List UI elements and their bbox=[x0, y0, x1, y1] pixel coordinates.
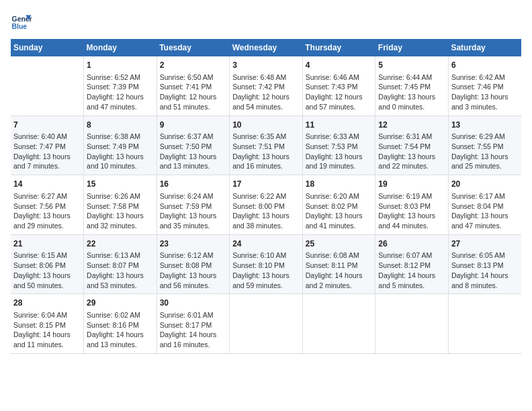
calendar-week-2: 7Sunrise: 6:40 AM Sunset: 7:47 PM Daylig… bbox=[11, 116, 521, 175]
day-info: Sunrise: 6:04 AM Sunset: 8:15 PM Dayligh… bbox=[13, 310, 81, 350]
calendar-cell: 18Sunrise: 6:20 AM Sunset: 8:02 PM Dayli… bbox=[302, 175, 375, 235]
calendar-cell: 24Sunrise: 6:10 AM Sunset: 8:10 PM Dayli… bbox=[230, 234, 303, 294]
day-info: Sunrise: 6:40 AM Sunset: 7:47 PM Dayligh… bbox=[13, 132, 81, 171]
day-info: Sunrise: 6:24 AM Sunset: 7:59 PM Dayligh… bbox=[160, 191, 227, 231]
day-number: 20 bbox=[451, 179, 519, 190]
day-number: 5 bbox=[378, 60, 445, 71]
day-info: Sunrise: 6:10 AM Sunset: 8:10 PM Dayligh… bbox=[232, 250, 300, 290]
calendar-cell: 13Sunrise: 6:29 AM Sunset: 7:55 PM Dayli… bbox=[448, 116, 521, 175]
day-info: Sunrise: 6:13 AM Sunset: 8:07 PM Dayligh… bbox=[87, 250, 154, 290]
day-info: Sunrise: 6:20 AM Sunset: 8:02 PM Dayligh… bbox=[306, 191, 373, 231]
day-info: Sunrise: 6:07 AM Sunset: 8:12 PM Dayligh… bbox=[378, 250, 445, 290]
calendar-week-4: 21Sunrise: 6:15 AM Sunset: 8:06 PM Dayli… bbox=[11, 234, 521, 294]
calendar-cell: 29Sunrise: 6:02 AM Sunset: 8:16 PM Dayli… bbox=[84, 294, 157, 354]
calendar-cell: 14Sunrise: 6:27 AM Sunset: 7:56 PM Dayli… bbox=[11, 175, 84, 235]
day-number: 14 bbox=[13, 179, 81, 190]
day-number: 25 bbox=[306, 238, 373, 250]
day-number: 19 bbox=[378, 179, 445, 190]
calendar-cell: 30Sunrise: 6:01 AM Sunset: 8:17 PM Dayli… bbox=[157, 294, 230, 354]
day-info: Sunrise: 6:08 AM Sunset: 8:11 PM Dayligh… bbox=[306, 250, 373, 290]
calendar-cell: 5Sunrise: 6:44 AM Sunset: 7:45 PM Daylig… bbox=[375, 56, 449, 116]
calendar-cell: 11Sunrise: 6:33 AM Sunset: 7:53 PM Dayli… bbox=[302, 116, 375, 175]
day-number: 8 bbox=[87, 120, 154, 131]
day-number: 11 bbox=[306, 120, 373, 131]
calendar-cell: 9Sunrise: 6:37 AM Sunset: 7:50 PM Daylig… bbox=[157, 116, 230, 175]
day-number: 18 bbox=[306, 179, 373, 190]
day-number: 29 bbox=[87, 298, 154, 309]
day-info: Sunrise: 6:26 AM Sunset: 7:58 PM Dayligh… bbox=[87, 191, 154, 231]
calendar-cell: 3Sunrise: 6:48 AM Sunset: 7:42 PM Daylig… bbox=[230, 56, 303, 116]
day-info: Sunrise: 6:29 AM Sunset: 7:55 PM Dayligh… bbox=[451, 132, 519, 171]
day-info: Sunrise: 6:38 AM Sunset: 7:49 PM Dayligh… bbox=[87, 132, 154, 171]
calendar-week-3: 14Sunrise: 6:27 AM Sunset: 7:56 PM Dayli… bbox=[11, 175, 521, 235]
calendar-cell: 6Sunrise: 6:42 AM Sunset: 7:46 PM Daylig… bbox=[448, 56, 521, 116]
calendar-header: SundayMondayTuesdayWednesdayThursdayFrid… bbox=[11, 39, 521, 56]
calendar-cell bbox=[11, 56, 84, 116]
day-number: 15 bbox=[87, 179, 154, 190]
calendar-cell: 21Sunrise: 6:15 AM Sunset: 8:06 PM Dayli… bbox=[11, 234, 84, 294]
day-number: 17 bbox=[232, 179, 300, 190]
day-number: 6 bbox=[451, 60, 519, 71]
calendar-cell: 20Sunrise: 6:17 AM Sunset: 8:04 PM Dayli… bbox=[448, 175, 521, 235]
calendar-body: 1Sunrise: 6:52 AM Sunset: 7:39 PM Daylig… bbox=[11, 56, 521, 353]
day-number: 1 bbox=[87, 60, 154, 71]
column-header-wednesday: Wednesday bbox=[230, 39, 303, 56]
day-number: 16 bbox=[160, 179, 227, 190]
calendar-cell: 19Sunrise: 6:19 AM Sunset: 8:03 PM Dayli… bbox=[375, 175, 449, 235]
column-header-saturday: Saturday bbox=[448, 39, 521, 56]
column-header-monday: Monday bbox=[84, 39, 157, 56]
day-info: Sunrise: 6:35 AM Sunset: 7:51 PM Dayligh… bbox=[232, 132, 300, 171]
calendar-cell: 25Sunrise: 6:08 AM Sunset: 8:11 PM Dayli… bbox=[302, 234, 375, 294]
day-info: Sunrise: 6:46 AM Sunset: 7:43 PM Dayligh… bbox=[306, 73, 373, 112]
calendar-cell: 16Sunrise: 6:24 AM Sunset: 7:59 PM Dayli… bbox=[157, 175, 230, 235]
day-info: Sunrise: 6:19 AM Sunset: 8:03 PM Dayligh… bbox=[378, 191, 445, 231]
calendar-cell: 15Sunrise: 6:26 AM Sunset: 7:58 PM Dayli… bbox=[84, 175, 157, 235]
calendar-cell: 8Sunrise: 6:38 AM Sunset: 7:49 PM Daylig… bbox=[84, 116, 157, 175]
day-number: 7 bbox=[13, 120, 81, 131]
day-info: Sunrise: 6:44 AM Sunset: 7:45 PM Dayligh… bbox=[378, 73, 445, 112]
column-header-thursday: Thursday bbox=[302, 39, 375, 56]
day-number: 2 bbox=[160, 60, 227, 71]
day-info: Sunrise: 6:27 AM Sunset: 7:56 PM Dayligh… bbox=[13, 191, 81, 231]
calendar-cell: 10Sunrise: 6:35 AM Sunset: 7:51 PM Dayli… bbox=[230, 116, 303, 175]
day-number: 23 bbox=[160, 238, 227, 250]
day-info: Sunrise: 6:50 AM Sunset: 7:41 PM Dayligh… bbox=[160, 73, 227, 112]
day-info: Sunrise: 6:01 AM Sunset: 8:17 PM Dayligh… bbox=[160, 310, 227, 350]
calendar-cell: 2Sunrise: 6:50 AM Sunset: 7:41 PM Daylig… bbox=[157, 56, 230, 116]
calendar-cell bbox=[375, 294, 449, 354]
calendar-week-1: 1Sunrise: 6:52 AM Sunset: 7:39 PM Daylig… bbox=[11, 56, 521, 116]
day-info: Sunrise: 6:42 AM Sunset: 7:46 PM Dayligh… bbox=[451, 73, 519, 112]
column-header-sunday: Sunday bbox=[11, 39, 84, 56]
calendar-cell: 1Sunrise: 6:52 AM Sunset: 7:39 PM Daylig… bbox=[84, 56, 157, 116]
logo: General Blue bbox=[11, 11, 32, 32]
day-info: Sunrise: 6:33 AM Sunset: 7:53 PM Dayligh… bbox=[306, 132, 373, 171]
column-header-tuesday: Tuesday bbox=[157, 39, 230, 56]
day-number: 10 bbox=[232, 120, 300, 131]
column-header-friday: Friday bbox=[375, 39, 449, 56]
page-header: General Blue bbox=[11, 11, 521, 32]
day-number: 3 bbox=[232, 60, 300, 71]
svg-text:Blue: Blue bbox=[12, 23, 28, 30]
calendar-table: SundayMondayTuesdayWednesdayThursdayFrid… bbox=[11, 39, 521, 354]
calendar-cell: 26Sunrise: 6:07 AM Sunset: 8:12 PM Dayli… bbox=[375, 234, 449, 294]
calendar-cell bbox=[448, 294, 521, 354]
day-info: Sunrise: 6:31 AM Sunset: 7:54 PM Dayligh… bbox=[378, 132, 445, 171]
day-info: Sunrise: 6:48 AM Sunset: 7:42 PM Dayligh… bbox=[232, 73, 300, 112]
day-info: Sunrise: 6:02 AM Sunset: 8:16 PM Dayligh… bbox=[87, 310, 154, 350]
day-info: Sunrise: 6:52 AM Sunset: 7:39 PM Dayligh… bbox=[87, 73, 154, 112]
day-info: Sunrise: 6:17 AM Sunset: 8:04 PM Dayligh… bbox=[451, 191, 519, 231]
calendar-cell bbox=[230, 294, 303, 354]
calendar-week-5: 28Sunrise: 6:04 AM Sunset: 8:15 PM Dayli… bbox=[11, 294, 521, 354]
calendar-cell: 27Sunrise: 6:05 AM Sunset: 8:13 PM Dayli… bbox=[448, 234, 521, 294]
calendar-cell: 7Sunrise: 6:40 AM Sunset: 7:47 PM Daylig… bbox=[11, 116, 84, 175]
day-number: 24 bbox=[232, 238, 300, 250]
day-number: 30 bbox=[160, 298, 227, 309]
calendar-cell: 28Sunrise: 6:04 AM Sunset: 8:15 PM Dayli… bbox=[11, 294, 84, 354]
day-number: 13 bbox=[451, 120, 519, 131]
calendar-cell: 22Sunrise: 6:13 AM Sunset: 8:07 PM Dayli… bbox=[84, 234, 157, 294]
day-number: 27 bbox=[451, 238, 519, 250]
logo-icon: General Blue bbox=[11, 11, 32, 32]
day-info: Sunrise: 6:15 AM Sunset: 8:06 PM Dayligh… bbox=[13, 250, 81, 290]
day-number: 21 bbox=[13, 238, 81, 250]
day-number: 9 bbox=[160, 120, 227, 131]
